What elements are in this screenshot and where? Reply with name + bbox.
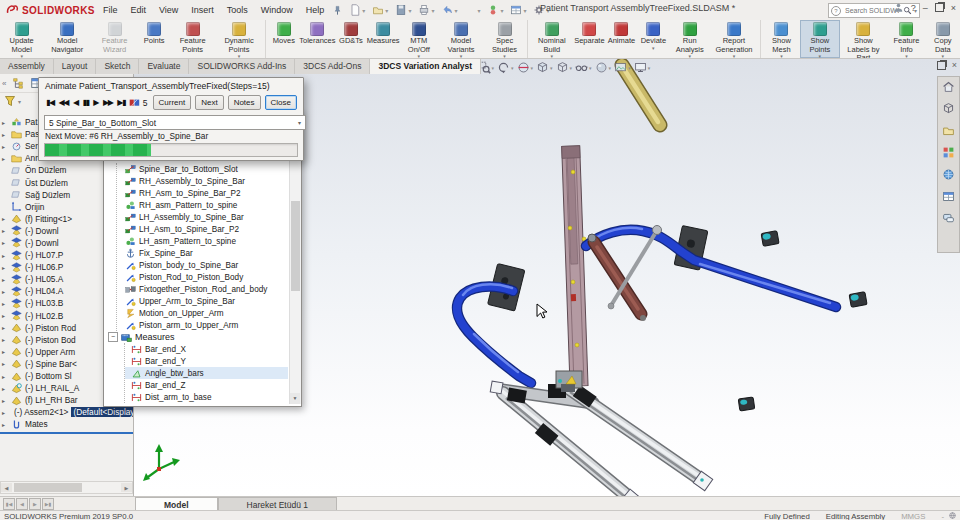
command-tab[interactable]: Assembly	[0, 58, 54, 74]
move-tree-item[interactable]: Piston_body_to_Spine_Bar	[117, 259, 288, 271]
move-tree-item[interactable]: Spine_Bar_to_Bottom_Slot	[117, 163, 288, 175]
move-tree-item[interactable]: LH_asm_Pattern_to_spine	[117, 235, 288, 247]
tab-scroll-button[interactable]: ▶▮	[42, 498, 54, 510]
expand-arrow-icon[interactable]: ▸	[2, 131, 8, 138]
base-frame-part[interactable]	[490, 371, 713, 496]
expand-arrow-icon[interactable]: ▸	[2, 397, 8, 404]
ribbon-button[interactable]: Spec Studies ▾	[484, 20, 525, 58]
ribbon-button[interactable]: Update Model ▾	[0, 20, 43, 58]
quick-access-button[interactable]: ▾	[441, 4, 457, 16]
ribbon-button[interactable]: Run Analysis ▾	[669, 20, 710, 58]
collapse-box-icon[interactable]: −	[108, 332, 118, 342]
pause-button[interactable]: ▮▮	[82, 98, 90, 107]
ribbon-button[interactable]: Tolerances ▾	[300, 20, 335, 58]
ribbon-button[interactable]: Dynamic Points ▾	[215, 20, 263, 58]
tab-scroll-button[interactable]: ▮◀	[3, 498, 15, 510]
expand-arrow-icon[interactable]: ▸	[2, 264, 8, 271]
expand-arrow-icon[interactable]: ▸	[2, 155, 8, 162]
pin-icon[interactable]	[332, 5, 343, 16]
expand-arrow-icon[interactable]: ▸	[2, 336, 8, 343]
play-button[interactable]: ▶	[92, 98, 99, 107]
document-tab[interactable]: Model	[135, 497, 218, 511]
forum-icon[interactable]	[942, 212, 955, 225]
clamp-part[interactable]	[738, 231, 867, 411]
ribbon-button[interactable]: Report Generation ▾	[710, 20, 758, 58]
feature-tree-item[interactable]: ▸ (-) Assem2<1> (Default<Display	[0, 406, 133, 418]
view-tool-button[interactable]: ▾	[634, 61, 651, 74]
expand-arrow-icon[interactable]: ▸	[2, 312, 8, 319]
appearances-icon[interactable]	[942, 146, 955, 159]
expand-arrow-icon[interactable]: ▸	[2, 215, 8, 222]
fast-forward-button[interactable]: ▶▶	[102, 98, 113, 107]
command-tab[interactable]: 3DCS Variation Analyst	[370, 58, 481, 74]
measure-tree-item[interactable]: Dist_arm_to_base	[125, 391, 288, 403]
move-select-dropdown[interactable]: 5 Spine_Bar_to_Bottom_Slot ▾	[44, 115, 306, 130]
ribbon-button[interactable]: Feature Info ▾	[887, 20, 925, 58]
view-tool-button[interactable]: ▾	[536, 61, 553, 74]
dialog-button[interactable]: Current	[153, 95, 192, 110]
status-globe-icon[interactable]	[948, 511, 957, 520]
measures-group-node[interactable]: − Measures	[104, 331, 288, 343]
filter-funnel-icon[interactable]	[4, 95, 16, 107]
ribbon-button[interactable]: Nominal Build ▾	[527, 20, 573, 58]
measure-tree-item[interactable]: Bar_end_X	[125, 343, 288, 355]
measure-tree-item[interactable]: Bar_end_Y	[125, 355, 288, 367]
animate-flag-icon[interactable]	[129, 97, 140, 109]
move-tree-item[interactable]: Fix_Spine_Bar	[117, 247, 288, 259]
menu-item[interactable]: Window	[261, 5, 293, 15]
expand-arrow-icon[interactable]: ▸	[2, 239, 8, 246]
ribbon-button[interactable]: Feature Points ▾	[170, 20, 215, 58]
measure-tree-item[interactable]: Angle_btw_bars	[125, 367, 288, 379]
quick-access-button[interactable]: ▾	[372, 4, 388, 16]
gold-bar-part[interactable]	[622, 65, 660, 125]
dropdown-caret-icon[interactable]: ▾	[18, 98, 21, 105]
ribbon-button[interactable]: Points ▾	[138, 20, 170, 58]
tab-scroll-button[interactable]: ▶	[29, 498, 41, 510]
mast-part[interactable]	[562, 146, 588, 386]
ribbon-button[interactable]: Show Labels by Part ▾	[840, 20, 888, 58]
expand-arrow-icon[interactable]: ▸	[2, 288, 8, 295]
scrollbar-thumb[interactable]	[14, 483, 82, 492]
ribbon-button[interactable]: Model Variants ▾	[438, 20, 484, 58]
restore-button[interactable]	[935, 3, 944, 12]
pane-restore-icon[interactable]	[937, 61, 946, 70]
piston-part[interactable]	[588, 234, 646, 321]
move-tree-item[interactable]: Upper_Arm_to_Spine_Bar	[117, 295, 288, 307]
tab-scroll-button[interactable]: ◀	[16, 498, 28, 510]
help-button[interactable]: ?	[911, 3, 916, 13]
menu-item[interactable]: Help	[306, 5, 325, 15]
ribbon-button[interactable]: Copy Data ▾	[926, 20, 960, 58]
rollback-bar[interactable]	[0, 432, 133, 434]
move-tree-item[interactable]: LH_Assembly_to_Spine_Bar	[117, 211, 288, 223]
dialog-button[interactable]: Notes	[228, 95, 261, 110]
home-icon[interactable]	[942, 80, 955, 93]
ribbon-button[interactable]: Moves ▾	[265, 20, 300, 58]
solidworks-resources-icon[interactable]	[942, 102, 955, 115]
expand-arrow-icon[interactable]: ▸	[2, 324, 8, 331]
scrollbar-thumb[interactable]	[291, 201, 300, 291]
quick-access-button[interactable]: ▾	[487, 4, 503, 16]
quick-access-button[interactable]: ▾	[464, 4, 480, 16]
move-tree-item[interactable]: Piston_arm_to_Upper_Arm	[117, 319, 288, 331]
ribbon-button[interactable]: Model Navigator ▾	[43, 20, 91, 58]
measure-tree-item[interactable]: Bar_end_Z	[125, 379, 288, 391]
ribbon-button[interactable]: GD&Ts ▾	[335, 20, 367, 58]
expand-arrow-icon[interactable]: ▸	[2, 385, 8, 392]
go-to-start-button[interactable]: ▮◀	[45, 98, 55, 107]
move-tree-item[interactable]: LH_Asm_to_Spine_Bar_P2	[117, 223, 288, 235]
view-tool-button[interactable]: ▾	[497, 61, 514, 74]
quick-access-button[interactable]: ▾	[349, 4, 365, 16]
move-tree-item[interactable]: RH_Asm_to_Spine_Bar_P2	[117, 187, 288, 199]
scroll-right-icon[interactable]: ▶	[121, 483, 132, 492]
view-tool-button[interactable]: ▾	[556, 61, 573, 74]
menu-item[interactable]: Tools	[227, 5, 248, 15]
go-to-end-button[interactable]: ▶▮	[116, 98, 126, 107]
content-central-icon[interactable]	[942, 168, 955, 181]
dialog-button[interactable]: Close	[265, 95, 297, 110]
design-library-icon[interactable]	[942, 124, 955, 137]
custom-properties-icon[interactable]	[942, 190, 955, 203]
quick-access-button[interactable]: ▾	[418, 4, 434, 16]
command-tab[interactable]: SOLIDWORKS Add-Ins	[189, 58, 295, 74]
view-tool-button[interactable]: ▾	[595, 61, 612, 74]
expand-arrow-icon[interactable]: ▸	[2, 252, 8, 259]
